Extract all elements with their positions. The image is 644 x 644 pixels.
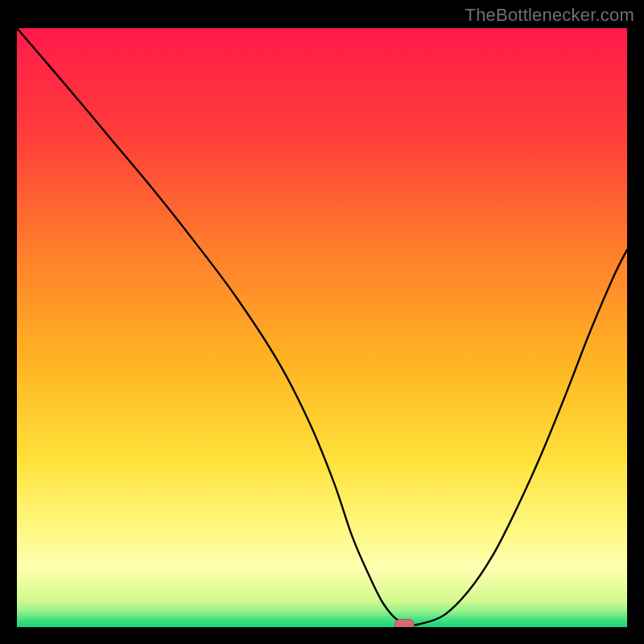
optimum-marker: [394, 620, 414, 627]
bottleneck-chart: [17, 28, 627, 627]
watermark-text: TheBottlenecker.com: [465, 5, 634, 26]
gradient-background: [17, 28, 627, 627]
chart-svg: [17, 28, 627, 627]
page-frame: TheBottlenecker.com: [0, 0, 644, 644]
